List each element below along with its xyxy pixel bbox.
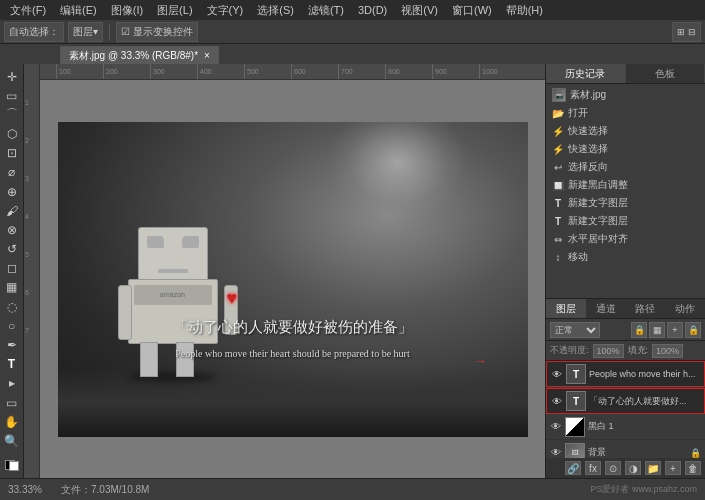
- fill-pixels-btn[interactable]: ▦: [649, 322, 665, 338]
- heal-tool[interactable]: ⊕: [2, 183, 22, 200]
- menu-select[interactable]: 选择(S): [251, 1, 300, 20]
- marquee-tool[interactable]: ▭: [2, 87, 22, 104]
- layer-background[interactable]: 👁 🖼 背景 🔒: [546, 440, 705, 458]
- foreground-color[interactable]: [2, 457, 22, 474]
- crop-tool[interactable]: ⊡: [2, 145, 22, 162]
- tools-panel: ✛ ▭ ⌒ ⬡ ⊡ ⌀ ⊕ 🖌 ⊗ ↺ ◻ ▦ ◌ ○ ✒ T ▸ ▭ ✋ 🔍: [0, 64, 24, 478]
- move-tool[interactable]: ✛: [2, 68, 22, 85]
- menu-help[interactable]: 帮助(H): [500, 1, 549, 20]
- file-size: 文件：7.03M/10.8M: [61, 483, 149, 497]
- inverse-icon: ↩: [552, 162, 564, 173]
- menu-window[interactable]: 窗口(W): [446, 1, 498, 20]
- hand-tool[interactable]: ✋: [2, 413, 22, 430]
- document-tab[interactable]: 素材.jpg @ 33.3% (RGB/8#)* ×: [60, 46, 219, 64]
- history-item-2[interactable]: ⚡ 快速选择: [548, 140, 703, 158]
- delete-layer-btn[interactable]: 🗑: [685, 461, 701, 475]
- menu-file[interactable]: 文件(F): [4, 1, 52, 20]
- add-style-btn[interactable]: fx: [585, 461, 601, 475]
- brush-tool[interactable]: 🖌: [2, 202, 22, 219]
- history-list[interactable]: 📷 素材.jpg 📂 打开 ⚡ 快速选择 ⚡ 快速选择 ↩ 选择反向 🔲: [546, 84, 705, 298]
- layers-list[interactable]: 👁 T People who move their h... 👁 T 「动了心的…: [546, 361, 705, 458]
- eye-icon-cn[interactable]: 👁: [551, 396, 563, 407]
- layer-thumb-cn: T: [566, 391, 586, 411]
- stamp-tool[interactable]: ⊗: [2, 221, 22, 238]
- show-transform-checkbox[interactable]: ☑ 显示变换控件: [116, 22, 198, 42]
- quick-select-tool[interactable]: ⬡: [2, 126, 22, 143]
- add-layer-btn[interactable]: +: [665, 461, 681, 475]
- add-mask-btn[interactable]: ⊙: [605, 461, 621, 475]
- eye-icon-en[interactable]: 👁: [551, 369, 563, 380]
- arrange-btn[interactable]: ⊞ ⊟: [672, 22, 701, 42]
- history-panel-tabs: 历史记录 色板: [546, 64, 705, 84]
- lock-position-btn[interactable]: +: [667, 322, 683, 338]
- lock-icon-bg: 🔒: [690, 448, 701, 458]
- blur-tool[interactable]: ◌: [2, 298, 22, 315]
- history-item-7[interactable]: ⇔ 水平居中对齐: [548, 230, 703, 248]
- tab-actions[interactable]: 动作: [665, 299, 705, 318]
- pen-tool[interactable]: ✒: [2, 336, 22, 353]
- zoom-tool[interactable]: 🔍: [2, 432, 22, 449]
- text-icon-2: T: [552, 216, 564, 227]
- history-brush-tool[interactable]: ↺: [2, 241, 22, 258]
- path-select-tool[interactable]: ▸: [2, 375, 22, 392]
- history-item-0[interactable]: 📂 打开: [548, 104, 703, 122]
- layer-bw[interactable]: 👁 黑白 1: [546, 414, 705, 440]
- menu-filter[interactable]: 滤镜(T): [302, 1, 350, 20]
- options-toolbar: 自动选择： 图层 ▾ ☑ 显示变换控件 ⊞ ⊟: [0, 20, 705, 44]
- tab-channels[interactable]: 通道: [586, 299, 626, 318]
- source-label: 素材.jpg: [570, 88, 606, 102]
- canvas-image[interactable]: amazon ♥ 「动了心的人就要做好被伤的准备」 People who mov…: [58, 122, 528, 437]
- layers-properties: 不透明度: 100% 填充: 100%: [546, 341, 705, 361]
- text-tool[interactable]: T: [2, 356, 22, 373]
- eye-icon-bw[interactable]: 👁: [550, 421, 562, 432]
- lasso-tool[interactable]: ⌒: [2, 106, 22, 123]
- layer-cn-text[interactable]: 👁 T 「动了心的人就要做好...: [546, 388, 705, 414]
- canvas-container[interactable]: amazon ♥ 「动了心的人就要做好被伤的准备」 People who mov…: [40, 80, 545, 478]
- gradient-tool[interactable]: ▦: [2, 279, 22, 296]
- watermark-text: PS爱好者 www.psahz.com: [590, 483, 697, 496]
- close-tab-btn[interactable]: ×: [204, 50, 210, 61]
- quick-select-icon-2: ⚡: [552, 144, 564, 155]
- eraser-tool[interactable]: ◻: [2, 260, 22, 277]
- history-item-3[interactable]: ↩ 选择反向: [548, 158, 703, 176]
- fill-value[interactable]: 100%: [652, 344, 683, 358]
- tab-paths[interactable]: 路径: [626, 299, 666, 318]
- menu-text[interactable]: 文字(Y): [201, 1, 250, 20]
- eyedropper-tool[interactable]: ⌀: [2, 164, 22, 181]
- history-item-4[interactable]: 🔲 新建黑白调整: [548, 176, 703, 194]
- shape-select[interactable]: 图层 ▾: [68, 22, 103, 42]
- tabbar: 素材.jpg @ 33.3% (RGB/8#)* ×: [0, 44, 705, 64]
- layer-thumb-en: T: [566, 364, 586, 384]
- canvas-area: 100 200 300 400 500 600 700 800 900 1000…: [24, 64, 545, 478]
- lock-btn[interactable]: 🔒: [631, 322, 647, 338]
- menu-view[interactable]: 视图(V): [395, 1, 444, 20]
- history-item-1[interactable]: ⚡ 快速选择: [548, 122, 703, 140]
- tab-history[interactable]: 历史记录: [546, 64, 626, 83]
- add-group-btn[interactable]: 📁: [645, 461, 661, 475]
- shape-tool[interactable]: ▭: [2, 394, 22, 411]
- menu-image[interactable]: 图像(I): [105, 1, 149, 20]
- menu-layer[interactable]: 图层(L): [151, 1, 198, 20]
- menu-edit[interactable]: 编辑(E): [54, 1, 103, 20]
- history-item-8[interactable]: ↕ 移动: [548, 248, 703, 266]
- eye-icon-bg[interactable]: 👁: [550, 447, 562, 458]
- tab-layers[interactable]: 图层: [546, 299, 586, 318]
- tab-swatches[interactable]: 色板: [626, 64, 706, 83]
- menu-3d[interactable]: 3D(D): [352, 2, 393, 18]
- history-label-6: 新建文字图层: [568, 214, 628, 228]
- history-item-6[interactable]: T 新建文字图层: [548, 212, 703, 230]
- bw-icon: 🔲: [552, 180, 564, 191]
- image-text-english: People who move their heart should be pr…: [58, 348, 528, 359]
- lock-all-btn[interactable]: 🔒: [685, 322, 701, 338]
- blend-mode-select[interactable]: 正常: [550, 322, 600, 338]
- statusbar: 33.33% 文件：7.03M/10.8M PS爱好者 www.psahz.co…: [0, 478, 705, 500]
- move-tool-options[interactable]: 自动选择：: [4, 22, 64, 42]
- history-label-8: 移动: [568, 250, 588, 264]
- opacity-value[interactable]: 100%: [593, 344, 624, 358]
- history-source[interactable]: 📷 素材.jpg: [548, 86, 703, 104]
- link-layers-btn[interactable]: 🔗: [565, 461, 581, 475]
- history-item-5[interactable]: T 新建文字图层: [548, 194, 703, 212]
- add-adjustment-btn[interactable]: ◑: [625, 461, 641, 475]
- layer-en-text[interactable]: 👁 T People who move their h...: [546, 361, 705, 387]
- dodge-tool[interactable]: ○: [2, 317, 22, 334]
